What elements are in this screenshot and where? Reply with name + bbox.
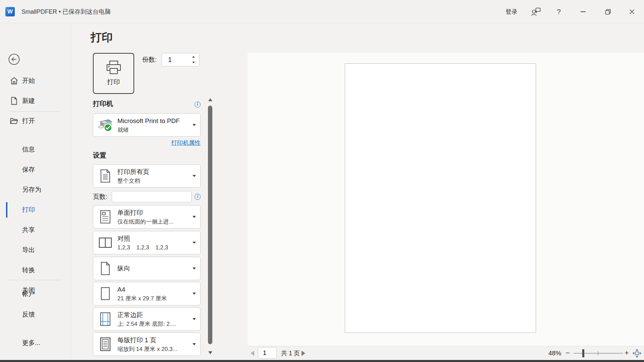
scroll-up-button[interactable] <box>208 98 213 101</box>
document-title: SmallPDFER • 已保存到这台电脑 <box>21 0 111 23</box>
help-button[interactable]: ? <box>551 0 567 23</box>
pages-label: 页数: <box>93 191 107 202</box>
restore-icon <box>605 9 611 15</box>
contact-support-button[interactable] <box>528 0 544 23</box>
sidebar-item-more[interactable]: 更多... <box>0 336 71 350</box>
close-button[interactable] <box>624 0 640 23</box>
sidebar-item-transform[interactable]: 转换 <box>0 263 71 277</box>
zoom-to-page-button[interactable] <box>633 349 641 358</box>
page-title: 打印 <box>91 30 113 45</box>
chevron-down-icon <box>193 175 196 177</box>
printer-properties-link[interactable]: 打印机属性 <box>93 139 201 147</box>
copies-label: 份数: <box>142 53 157 66</box>
sidebar-item-new[interactable]: 新建 <box>0 94 71 108</box>
portrait-page-icon <box>97 261 114 276</box>
sidebar-item-info[interactable] <box>0 119 71 132</box>
fit-to-page-icon <box>633 349 641 358</box>
triangle-down-icon <box>208 351 212 354</box>
sidebar-item-feedback[interactable]: 反馈 <box>0 308 71 321</box>
total-pages-label: 共 1 页 <box>281 346 300 360</box>
zoom-slider-track[interactable] <box>574 353 623 354</box>
preview-toolbar: 共 1 页 48% − + <box>248 346 644 360</box>
print-preview-canvas <box>248 53 644 346</box>
zoom-slider-center-tick <box>598 351 598 355</box>
word-app-icon: W <box>5 7 15 16</box>
print-button[interactable]: 打印 <box>93 53 134 94</box>
window-bottom-edge <box>0 360 644 362</box>
active-item-indicator <box>6 202 7 218</box>
printer-device-icon <box>97 118 114 132</box>
chevron-down-icon <box>193 242 196 244</box>
one-sided-print-icon <box>97 209 114 225</box>
setting-collation-dropdown[interactable]: 对照 1,2,3 1,2,3 1,2,3 <box>93 231 201 254</box>
sidebar-item-home[interactable]: 开始 <box>0 74 71 87</box>
triangle-up-icon <box>208 98 212 101</box>
collated-icon <box>97 237 114 249</box>
setting-margins-dropdown[interactable]: 正常边距 上: 2.54 厘米 底部: 2.... <box>93 307 201 331</box>
person-feedback-icon <box>531 7 541 16</box>
divider <box>9 280 60 280</box>
divider <box>9 111 60 112</box>
minimize-icon <box>581 11 586 12</box>
previous-page-button[interactable] <box>251 351 254 356</box>
backstage-sidebar: 开始 新建 打开 信息 保存 另存为 打印 共享 导出 转换 关闭 帐户 <box>0 24 71 360</box>
scroll-down-button[interactable] <box>208 351 213 354</box>
minimize-button[interactable] <box>575 0 591 23</box>
printer-select[interactable]: Microsoft Print to PDF 就绪 <box>93 113 201 137</box>
back-arrow-icon <box>8 53 20 65</box>
chevron-down-icon <box>193 343 196 345</box>
setting-orientation-dropdown[interactable]: 纵向 <box>93 257 201 280</box>
settings-section-heading: 设置 <box>93 151 106 160</box>
chevron-down-icon <box>193 124 196 126</box>
chevron-down-icon <box>193 216 196 218</box>
zoom-level-label: 48% <box>548 346 561 360</box>
chevron-down-icon <box>193 267 196 269</box>
chevron-down-icon <box>192 62 195 63</box>
titlebar: W SmallPDFER • 已保存到这台电脑 登录 ? <box>0 0 644 23</box>
copies-input[interactable] <box>162 53 189 66</box>
next-page-button[interactable] <box>302 351 305 356</box>
sidebar-item-share[interactable]: 共享 <box>0 223 71 237</box>
preview-page <box>345 63 536 333</box>
sidebar-item-save[interactable]: 保存 <box>0 163 71 176</box>
sidebar-item-info[interactable]: 信息 <box>0 143 71 156</box>
setting-paper-size-dropdown[interactable]: A4 21 厘米 x 29.7 厘米 <box>93 282 201 305</box>
zoom-out-button[interactable]: − <box>566 346 570 360</box>
sidebar-item-print[interactable]: 打印 <box>0 203 71 217</box>
chevron-down-icon <box>193 318 196 320</box>
copies-decrement-button[interactable] <box>191 59 197 66</box>
pages-input[interactable] <box>112 191 192 202</box>
setting-duplex-dropdown[interactable]: 单面打印 仅在纸面的一侧上进... <box>93 205 201 229</box>
sidebar-item-save-as[interactable]: 另存为 <box>0 183 71 196</box>
chevron-down-icon <box>193 293 196 295</box>
printer-section-heading: 打印机 <box>93 99 113 108</box>
copies-stepper <box>162 53 200 66</box>
printer-name: Microsoft Print to PDF <box>117 116 189 126</box>
sign-in-button[interactable]: 登录 <box>500 0 523 23</box>
sidebar-item-account[interactable]: 帐户 <box>0 287 71 301</box>
page-number-input[interactable] <box>258 347 277 359</box>
new-document-icon <box>10 97 18 105</box>
printer-status: 就绪 <box>117 126 189 134</box>
zoom-slider-thumb[interactable] <box>582 349 584 357</box>
setting-pages-per-sheet-dropdown[interactable]: 每版打印 1 页 缩放到 14 厘米 x 20.3... <box>93 333 201 356</box>
scrollbar-thumb[interactable] <box>208 106 212 344</box>
pages-per-sheet-icon <box>97 337 114 352</box>
setting-print-range-dropdown[interactable]: 打印所有页 整个文档 <box>93 164 201 188</box>
printer-info-icon[interactable]: i <box>195 102 201 108</box>
printer-icon <box>106 60 121 75</box>
home-icon <box>10 76 18 85</box>
margins-icon <box>97 312 114 326</box>
sidebar-item-export[interactable]: 导出 <box>0 243 71 257</box>
back-button[interactable] <box>8 53 20 65</box>
print-button-label: 打印 <box>107 78 120 86</box>
print-all-pages-icon <box>97 168 114 184</box>
paper-size-icon <box>97 287 114 301</box>
chevron-up-icon <box>192 56 195 58</box>
zoom-in-button[interactable]: + <box>625 346 629 360</box>
close-icon <box>629 9 635 14</box>
pages-info-icon[interactable]: i <box>195 194 201 200</box>
restore-button[interactable] <box>600 0 615 23</box>
